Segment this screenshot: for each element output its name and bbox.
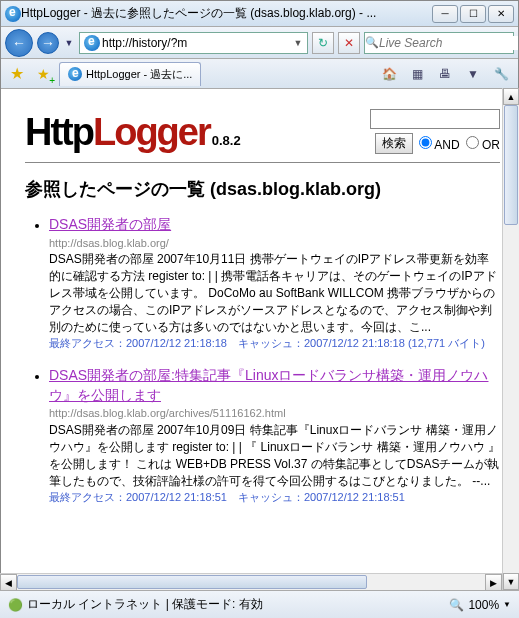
print-icon[interactable]: 🖶	[434, 63, 456, 85]
result-url: http://dsas.blog.klab.org/archives/51116…	[49, 407, 286, 419]
scroll-thumb[interactable]	[504, 105, 518, 225]
close-button[interactable]: ✕	[488, 5, 514, 23]
app-logo: HttpLogger0.8.2	[25, 111, 241, 154]
scroll-down-button[interactable]: ▼	[503, 573, 519, 590]
forward-button[interactable]: →	[37, 32, 59, 54]
favorites-star-icon[interactable]: ★	[7, 64, 27, 84]
stop-button[interactable]: ✕	[338, 32, 360, 54]
add-favorite-icon[interactable]: ★	[33, 64, 53, 84]
page-icon	[84, 35, 100, 51]
feeds-icon[interactable]: ▦	[406, 63, 428, 85]
horizontal-scrollbar[interactable]: ◀ ▶	[0, 573, 502, 590]
nav-history-dropdown[interactable]: ▼	[63, 33, 75, 53]
result-item: DSAS開発者の部屋 http://dsas.blog.klab.org/ DS…	[49, 215, 500, 352]
tab-icon	[68, 67, 82, 81]
vertical-scrollbar[interactable]: ▲ ▼	[502, 88, 519, 590]
ie-icon	[5, 6, 21, 22]
back-button[interactable]: ←	[5, 29, 33, 57]
search-or-option[interactable]: OR	[466, 136, 500, 152]
zoom-level: 100%	[468, 598, 499, 612]
app-version: 0.8.2	[212, 133, 241, 148]
refresh-button[interactable]: ↻	[312, 32, 334, 54]
tab-toolbar: ★ ★ HttpLogger - 過去に... 🏠 ▦ 🖶 ▼ 🔧	[1, 59, 518, 89]
logo-part-2: Logger	[93, 111, 210, 153]
result-meta: 最終アクセス：2007/12/12 21:18:18 キャッシュ：2007/12…	[49, 337, 485, 349]
logo-part-1: Http	[25, 111, 93, 153]
search-icon: 🔍	[365, 36, 379, 49]
scroll-track[interactable]	[503, 105, 519, 573]
result-url: http://dsas.blog.klab.org/	[49, 237, 169, 249]
page-search-input[interactable]	[370, 109, 500, 129]
security-zone-text: ローカル イントラネット | 保護モード: 有効	[27, 596, 263, 613]
zoom-dropdown-icon[interactable]: ▼	[503, 600, 511, 609]
window-titlebar: HttpLogger - 過去に参照したページの一覧 (dsas.blog.kl…	[1, 1, 518, 27]
window-title: HttpLogger - 過去に参照したページの一覧 (dsas.blog.kl…	[21, 5, 432, 22]
scroll-track-h[interactable]	[17, 574, 485, 590]
result-title-link[interactable]: DSAS開発者の部屋:特集記事『Linuxロードバランサ構築・運用ノウハウ』を公…	[49, 367, 488, 403]
page-menu-icon[interactable]: ▼	[462, 63, 484, 85]
page-content: HttpLogger0.8.2 検索 AND OR 参照したページの一覧 (ds…	[1, 89, 518, 589]
tools-icon[interactable]: 🔧	[490, 63, 512, 85]
or-radio[interactable]	[466, 136, 479, 149]
page-heading: 参照したページの一覧 (dsas.blog.klab.org)	[25, 177, 500, 201]
nav-toolbar: ← → ▼ ▼ ↻ ✕ 🔍	[1, 27, 518, 59]
page-search-form: 検索 AND OR	[370, 109, 500, 154]
result-title-link[interactable]: DSAS開発者の部屋	[49, 216, 171, 232]
result-description: DSAS開発者の部屋 2007年10月09日 特集記事『Linuxロードバランサ…	[49, 423, 500, 487]
and-radio[interactable]	[419, 136, 432, 149]
zone-icon: 🟢	[8, 598, 23, 612]
status-bar: 🟢 ローカル イントラネット | 保護モード: 有効 🔍 100% ▼	[0, 590, 519, 618]
scroll-up-button[interactable]: ▲	[503, 88, 519, 105]
scroll-left-button[interactable]: ◀	[0, 574, 17, 591]
browser-search-box[interactable]: 🔍	[364, 32, 514, 54]
address-dropdown[interactable]: ▼	[291, 38, 305, 48]
browser-search-input[interactable]	[379, 36, 519, 50]
scroll-right-button[interactable]: ▶	[485, 574, 502, 591]
page-search-button[interactable]: 検索	[375, 133, 413, 154]
browser-tab[interactable]: HttpLogger - 過去に...	[59, 62, 201, 86]
result-meta: 最終アクセス：2007/12/12 21:18:51 キャッシュ：2007/12…	[49, 491, 405, 503]
address-bar[interactable]: ▼	[79, 32, 308, 54]
zoom-icon: 🔍	[449, 598, 464, 612]
result-item: DSAS開発者の部屋:特集記事『Linuxロードバランサ構築・運用ノウハウ』を公…	[49, 366, 500, 506]
result-description: DSAS開発者の部屋 2007年10月11日 携帯ゲートウェイのIPアドレス帯更…	[49, 252, 497, 333]
maximize-button[interactable]: ☐	[460, 5, 486, 23]
scroll-thumb-h[interactable]	[17, 575, 367, 589]
divider	[25, 162, 500, 163]
minimize-button[interactable]: ─	[432, 5, 458, 23]
zoom-control[interactable]: 🔍 100% ▼	[449, 598, 511, 612]
home-icon[interactable]: 🏠	[378, 63, 400, 85]
tab-label: HttpLogger - 過去に...	[86, 67, 192, 82]
search-and-option[interactable]: AND	[419, 136, 460, 152]
address-input[interactable]	[102, 36, 291, 50]
results-list: DSAS開発者の部屋 http://dsas.blog.klab.org/ DS…	[25, 215, 500, 506]
